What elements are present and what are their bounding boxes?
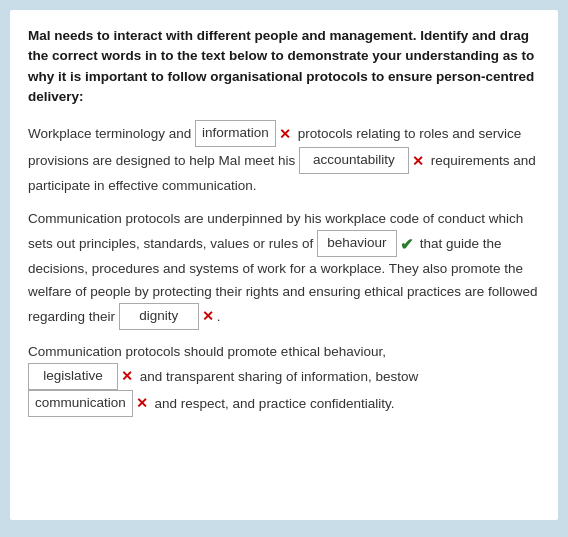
behaviour-box[interactable]: behaviour [317, 230, 397, 257]
xmark-2: ✕ [412, 153, 424, 169]
paragraph-1: Workplace terminology and information✕ p… [28, 121, 540, 198]
checkmark-1: ✔ [400, 236, 413, 253]
paragraph-3: Communication protocols should promote e… [28, 341, 540, 418]
para3-text2: and transparent sharing of information, … [136, 369, 418, 384]
accountability-box[interactable]: accountability [299, 147, 409, 174]
xmark-4: ✕ [121, 368, 133, 384]
content-area: Workplace terminology and information✕ p… [28, 121, 540, 418]
para3-line1: Communication protocols should promote e… [28, 341, 540, 364]
information-box[interactable]: information [195, 120, 276, 147]
para3-line3: communication✕ and respect, and practice… [28, 391, 540, 418]
paragraph-2: Communication protocols are underpinned … [28, 208, 540, 331]
para1-text1: Workplace terminology and [28, 126, 195, 141]
para3-text3: and respect, and practice confidentialit… [151, 396, 395, 411]
instruction-text: Mal needs to interact with different peo… [28, 26, 540, 107]
para3-line2: legislative✕ and transparent sharing of … [28, 364, 540, 391]
dignity-box[interactable]: dignity [119, 303, 199, 330]
xmark-5: ✕ [136, 395, 148, 411]
communication-box[interactable]: communication [28, 390, 133, 417]
xmark-1: ✕ [279, 126, 291, 142]
para3-text1: Communication protocols should promote e… [28, 344, 386, 359]
main-container: Mal needs to interact with different peo… [10, 10, 558, 520]
legislative-box[interactable]: legislative [28, 363, 118, 390]
para2-text3: . [217, 309, 221, 324]
xmark-3: ✕ [202, 308, 214, 324]
